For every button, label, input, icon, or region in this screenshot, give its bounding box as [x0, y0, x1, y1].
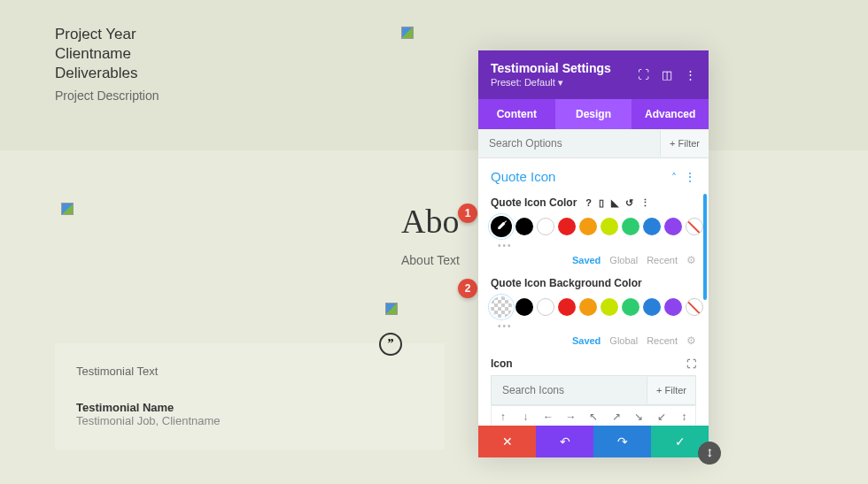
- color-swatch-black[interactable]: [515, 298, 533, 316]
- tab-advanced[interactable]: Advanced: [632, 99, 709, 129]
- scrollbar[interactable]: [703, 194, 707, 300]
- color-swatch-red[interactable]: [558, 298, 576, 316]
- hover-icon[interactable]: ◣: [611, 197, 618, 209]
- expand-icon[interactable]: ⛶: [638, 68, 649, 81]
- palette-recent-tab[interactable]: Recent: [647, 335, 678, 346]
- eyedropper-swatch[interactable]: [491, 216, 512, 237]
- color-swatch-none[interactable]: [686, 298, 703, 316]
- broken-image-icon: [401, 27, 414, 39]
- undo-button[interactable]: ↶: [536, 426, 593, 457]
- bg-color-swatch-row: [491, 296, 696, 318]
- filter-button[interactable]: + Filter: [660, 130, 709, 157]
- color-swatch-yellow[interactable]: [601, 218, 618, 235]
- icon-option[interactable]: ↓: [515, 406, 538, 426]
- phone-icon[interactable]: ▯: [599, 197, 604, 209]
- palette-saved-tab[interactable]: Saved: [572, 335, 601, 346]
- icon-option[interactable]: →: [560, 406, 583, 426]
- color-swatch-row: [491, 216, 696, 237]
- chevron-up-icon[interactable]: ˄: [671, 172, 677, 184]
- icon-option[interactable]: ↘: [627, 406, 650, 426]
- icon-option[interactable]: ←: [537, 406, 560, 426]
- color-swatch-green[interactable]: [622, 218, 639, 235]
- testimonial-text: Testimonial Text: [76, 365, 423, 378]
- quote-icon: ”: [379, 333, 402, 356]
- color-swatch-blue[interactable]: [643, 218, 661, 235]
- color-swatch-red[interactable]: [558, 218, 576, 235]
- menu-icon[interactable]: ⋮: [685, 68, 696, 81]
- section-menu-icon[interactable]: ⋮: [684, 170, 696, 184]
- testimonial-name: Testimonial Name: [76, 401, 423, 414]
- palette-saved-tab[interactable]: Saved: [572, 255, 601, 265]
- reset-icon[interactable]: ↺: [625, 197, 633, 209]
- deliverables: Deliverables: [55, 64, 138, 83]
- icon-option[interactable]: ↑: [492, 406, 515, 426]
- color-swatch-green[interactable]: [622, 298, 639, 316]
- panel-header[interactable]: Testimonial Settings Preset: Default ▾ ⛶…: [478, 50, 709, 99]
- project-year: Project Year: [55, 25, 138, 44]
- quote-icon-bg-color-label: Quote Icon Background Color: [491, 277, 696, 289]
- palette-recent-tab[interactable]: Recent: [647, 255, 678, 265]
- tab-design[interactable]: Design: [555, 99, 632, 129]
- snap-icon[interactable]: ◫: [662, 68, 672, 81]
- help-icon[interactable]: ?: [585, 197, 592, 209]
- gear-icon[interactable]: ⚙: [686, 334, 696, 347]
- search-options-input[interactable]: [478, 129, 660, 157]
- section-quote-icon[interactable]: Quote Icon ˄⋮: [491, 169, 696, 184]
- expand-icon[interactable]: ⛶: [686, 358, 696, 369]
- cancel-button[interactable]: ✕: [478, 426, 536, 457]
- icon-option[interactable]: ↖: [582, 406, 605, 426]
- color-swatch-blue[interactable]: [643, 298, 661, 316]
- color-swatch-purple[interactable]: [664, 218, 682, 235]
- palette-global-tab[interactable]: Global: [609, 335, 638, 346]
- palette-global-tab[interactable]: Global: [609, 255, 638, 265]
- tab-content[interactable]: Content: [478, 99, 555, 129]
- icon-option[interactable]: ↕: [672, 406, 695, 426]
- color-swatch-empty[interactable]: [537, 298, 554, 316]
- swatch-more-icon[interactable]: •••: [498, 321, 696, 331]
- icon-option[interactable]: ↗: [605, 406, 628, 426]
- project-header: Project Year Clientname Deliverables: [55, 25, 138, 83]
- color-swatch-yellow[interactable]: [601, 298, 618, 316]
- color-swatch-none[interactable]: [686, 218, 703, 235]
- icon-filter-button[interactable]: + Filter: [647, 377, 695, 403]
- menu-icon[interactable]: ⋮: [640, 197, 650, 209]
- color-swatch-purple[interactable]: [664, 298, 682, 316]
- tabs: Content Design Advanced: [478, 99, 709, 129]
- annotation-badge-2: 2: [458, 279, 477, 298]
- panel-title: Testimonial Settings: [491, 61, 611, 75]
- settings-panel: Testimonial Settings Preset: Default ▾ ⛶…: [478, 50, 709, 457]
- color-swatch-orange[interactable]: [579, 298, 597, 316]
- broken-image-icon: [61, 203, 74, 215]
- swatch-more-icon[interactable]: •••: [498, 241, 696, 250]
- annotation-badge-1: 1: [458, 204, 477, 223]
- preset-dropdown[interactable]: Preset: Default ▾: [491, 77, 611, 88]
- color-swatch-black[interactable]: [515, 218, 533, 235]
- transparent-swatch[interactable]: [491, 296, 512, 318]
- quote-icon-color-label: Quote Icon Color ? ▯ ◣ ↺ ⋮: [491, 196, 696, 209]
- panel-footer: ✕ ↶ ↷ ✓: [478, 426, 709, 457]
- search-icons-input[interactable]: [492, 376, 647, 404]
- about-title: Abo: [401, 202, 459, 241]
- redo-button[interactable]: ↷: [593, 426, 651, 457]
- testimonial-module[interactable]: Testimonial Text Testimonial Name Testim…: [55, 343, 445, 449]
- project-description: Project Description: [55, 88, 159, 103]
- color-swatch-empty[interactable]: [537, 218, 554, 235]
- icon-grid: ↑↓←→↖↗↘↙↕⤡↔⇔⤢↙↗↘+<>»ˇ: [491, 405, 696, 426]
- broken-image-icon: [385, 303, 398, 315]
- color-swatch-orange[interactable]: [579, 218, 597, 235]
- icon-option[interactable]: ↙: [650, 406, 673, 426]
- gear-icon[interactable]: ⚙: [686, 254, 696, 266]
- icon-option-label: Icon: [491, 357, 513, 370]
- client-name: Clientname: [55, 44, 138, 64]
- testimonial-job: Testimonial Job, Clientname: [76, 414, 423, 427]
- about-text: About Text: [401, 253, 460, 267]
